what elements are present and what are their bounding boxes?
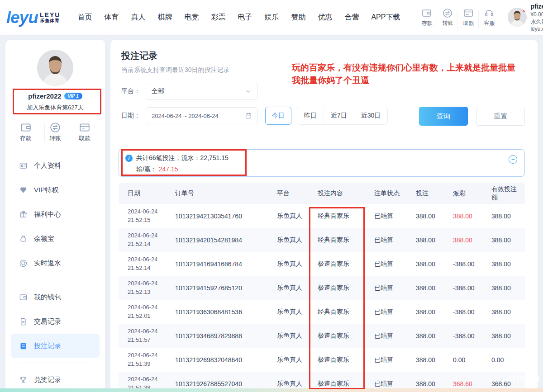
table-row: 2024-06-2421:52:13 1013219415927685120 乐…: [119, 276, 525, 300]
date-label: 日期：: [121, 112, 140, 120]
header-user-area: pfizer2022 VIP 1 ¥0.00 v 永久网址: leyu.com: [508, 2, 543, 33]
summary-total-text: 共计66笔投注，流水：22,751.15: [136, 154, 229, 162]
top-header: leyu LEYU 乐鱼体育 首页 体育 真人 棋牌 电竞 彩票 电子 娱乐 赞…: [0, 0, 543, 35]
transfer-label: 转账: [437, 19, 458, 27]
col-date: 日期: [119, 183, 171, 204]
permanent-url: 永久网址: leyu.com: [530, 18, 543, 33]
profile-avatar[interactable]: [37, 50, 73, 86]
table-row: 2024-06-2421:51:39 1013219269832048640 乐…: [119, 348, 525, 372]
sidebar-quick-actions: 存款 转账 取款: [11, 122, 100, 142]
sidebar-item-label: 实时返水: [34, 259, 61, 268]
brand-logo[interactable]: leyu LEYU 乐鱼体育: [6, 8, 60, 27]
query-button[interactable]: 查询: [419, 107, 468, 126]
date-range-value: 2024-06-24 ~ 2024-06-24: [152, 113, 219, 119]
sidebar-item-label: 投注记录: [34, 342, 61, 350]
action-buttons: 查询 重置: [419, 107, 525, 126]
notification-dot: [523, 8, 526, 12]
avatar[interactable]: [508, 8, 527, 27]
winloss-value: 247.15: [159, 165, 178, 173]
col-bet: 投注: [411, 183, 448, 204]
chevron-down-icon: [245, 88, 252, 95]
last30days-button[interactable]: 近30日: [354, 107, 388, 124]
sidebar-item-label: VIP特权: [34, 186, 58, 194]
nav-partner[interactable]: 合营: [344, 13, 359, 22]
withdraw-button[interactable]: 取款: [458, 8, 479, 27]
sidebar-item-vip[interactable]: VIP特权: [11, 178, 100, 202]
deposit-label: 存款: [15, 134, 36, 142]
footer-gradient-bar: [0, 388, 543, 392]
deposit-icon: [20, 122, 32, 133]
withdraw-label: 取款: [74, 134, 95, 142]
nav-sponsor[interactable]: 赞助: [291, 13, 305, 22]
bet-record-icon: [19, 342, 28, 350]
table-row: 2024-06-2421:51:57 1013219346897829888 乐…: [119, 324, 525, 348]
sidebar-item-wallet[interactable]: 我的钱包: [11, 285, 100, 309]
col-platform: 平台: [272, 183, 313, 204]
calendar-icon: [245, 112, 252, 119]
reset-button[interactable]: 重置: [476, 107, 525, 126]
nav-sports[interactable]: 体育: [104, 13, 119, 22]
sidebar-deposit-button[interactable]: 存款: [15, 122, 36, 142]
platform-filter-row: 平台： 全部: [121, 83, 258, 100]
sidebar-item-benefits[interactable]: 福利中心: [11, 202, 100, 227]
transfer-icon: [442, 8, 453, 19]
nav-app-download[interactable]: APP下载: [371, 13, 400, 22]
sidebar-item-label: 兑奖记录: [34, 376, 61, 384]
nav-esports[interactable]: 电竞: [184, 13, 199, 22]
nav-chess[interactable]: 棋牌: [157, 13, 172, 22]
collapse-icon[interactable]: −: [509, 155, 517, 164]
platform-selected-value: 全部: [152, 87, 164, 95]
yesterday-button[interactable]: 昨日: [297, 107, 324, 124]
document-icon: [19, 317, 28, 326]
sidebar-item-profile[interactable]: 个人资料: [11, 153, 100, 178]
sidebar: pfizer2022 VIP 1 加入乐鱼体育第627天 存款 转账 取款 个人…: [5, 40, 105, 392]
sidebar-item-transactions[interactable]: 交易记录: [11, 309, 100, 334]
nav-promo[interactable]: 优惠: [318, 13, 332, 22]
rebate-icon: [19, 259, 28, 268]
nav-lottery[interactable]: 彩票: [211, 13, 225, 22]
sidebar-item-yuebao[interactable]: 余额宝: [11, 227, 100, 251]
deposit-icon: [421, 8, 432, 19]
header-quick-actions: 存款 转账 取款 客服: [416, 8, 500, 27]
sidebar-item-label: 我的钱包: [34, 293, 61, 302]
customer-service-button[interactable]: 客服: [479, 8, 500, 27]
table-row: 2024-06-2421:52:14 1013219420154281984 乐…: [119, 228, 525, 252]
deposit-button[interactable]: 存款: [416, 8, 437, 27]
col-payout: 派彩: [448, 183, 487, 204]
deposit-label: 存款: [416, 19, 437, 27]
col-order: 订单号: [171, 183, 272, 204]
sidebar-item-label: 交易记录: [34, 317, 61, 326]
nav-home[interactable]: 首页: [77, 13, 92, 22]
transfer-button[interactable]: 转账: [437, 8, 458, 27]
balance-value: ¥0.00: [530, 11, 543, 18]
main-panel: 投注记录 当前系统支持查询最近30日的投注记录 平台： 全部 日期： 2024-…: [110, 40, 538, 392]
page-title: 投注记录: [121, 50, 157, 62]
sidebar-item-bet-records[interactable]: 投注记录: [11, 334, 100, 358]
platform-select[interactable]: 全部: [146, 83, 258, 100]
last7days-button[interactable]: 近7日: [324, 107, 354, 124]
sidebar-withdraw-button[interactable]: 取款: [74, 122, 95, 142]
logo-subtext: LEYU 乐鱼体育: [40, 12, 60, 23]
transfer-icon: [49, 122, 61, 133]
sidebar-transfer-button[interactable]: 转账: [45, 122, 66, 142]
sidebar-menu: 个人资料 VIP特权 福利中心 余额宝 实时返水 我的钱包 交易记录: [5, 153, 105, 392]
nav-live[interactable]: 真人: [131, 13, 145, 22]
nav-entertainment[interactable]: 娱乐: [264, 13, 279, 22]
quick-date-group: 昨日 近7日 近30日: [297, 107, 388, 125]
vip-diamond-icon: [19, 186, 28, 194]
join-days-text: 加入乐鱼体育第627天: [5, 104, 105, 112]
headset-icon: [484, 8, 495, 19]
transfer-label: 转账: [45, 134, 66, 142]
info-icon: i: [125, 155, 133, 162]
nav-slots[interactable]: 电子: [238, 13, 252, 22]
today-button[interactable]: 今日: [265, 107, 291, 125]
table-row: 2024-06-2421:52:01 1013219363068481536 乐…: [119, 300, 525, 324]
sidebar-item-label: 个人资料: [34, 161, 61, 170]
trophy-icon: [19, 376, 28, 384]
date-range-input[interactable]: 2024-06-24 ~ 2024-06-24: [146, 107, 258, 124]
menu-divider: [19, 363, 91, 363]
menu-divider: [19, 280, 91, 280]
profile-username: pfizer2022: [28, 92, 61, 100]
wallet-icon: [19, 293, 28, 302]
sidebar-item-rebate[interactable]: 实时返水: [11, 251, 100, 275]
